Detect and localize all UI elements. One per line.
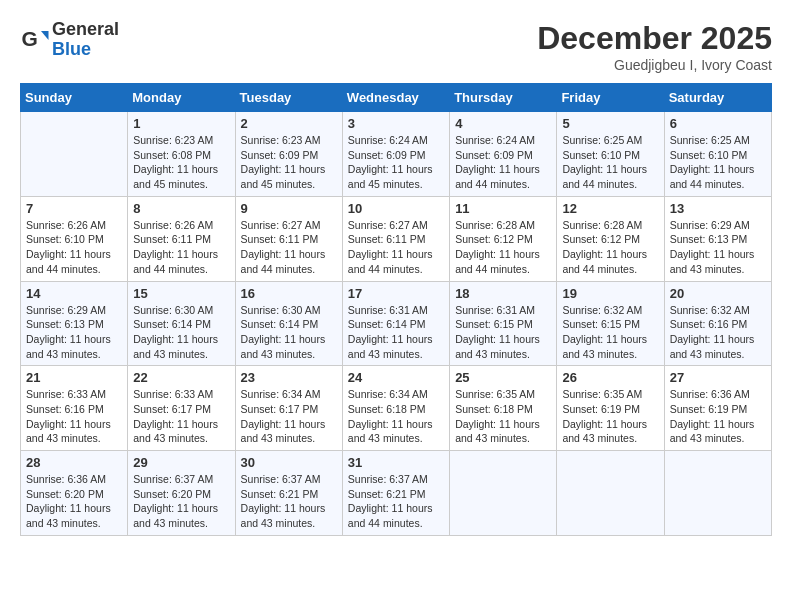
- day-number: 12: [562, 201, 658, 216]
- day-number: 19: [562, 286, 658, 301]
- day-info: Sunrise: 6:30 AMSunset: 6:14 PMDaylight:…: [241, 303, 337, 362]
- calendar-cell: 24Sunrise: 6:34 AMSunset: 6:18 PMDayligh…: [342, 366, 449, 451]
- day-number: 9: [241, 201, 337, 216]
- page-header: G General Blue December 2025 Guedjigbeu …: [20, 20, 772, 73]
- day-info: Sunrise: 6:36 AMSunset: 6:20 PMDaylight:…: [26, 472, 122, 531]
- logo-icon: G: [20, 25, 50, 55]
- calendar-cell: 14Sunrise: 6:29 AMSunset: 6:13 PMDayligh…: [21, 281, 128, 366]
- location: Guedjigbeu I, Ivory Coast: [537, 57, 772, 73]
- day-info: Sunrise: 6:32 AMSunset: 6:15 PMDaylight:…: [562, 303, 658, 362]
- day-info: Sunrise: 6:31 AMSunset: 6:14 PMDaylight:…: [348, 303, 444, 362]
- day-number: 11: [455, 201, 551, 216]
- calendar-cell: 3Sunrise: 6:24 AMSunset: 6:09 PMDaylight…: [342, 112, 449, 197]
- calendar-cell: 21Sunrise: 6:33 AMSunset: 6:16 PMDayligh…: [21, 366, 128, 451]
- calendar-week-row: 28Sunrise: 6:36 AMSunset: 6:20 PMDayligh…: [21, 451, 772, 536]
- day-number: 5: [562, 116, 658, 131]
- calendar-day-header: Wednesday: [342, 84, 449, 112]
- day-number: 18: [455, 286, 551, 301]
- day-info: Sunrise: 6:23 AMSunset: 6:09 PMDaylight:…: [241, 133, 337, 192]
- calendar-cell: 29Sunrise: 6:37 AMSunset: 6:20 PMDayligh…: [128, 451, 235, 536]
- logo-blue: Blue: [52, 40, 119, 60]
- day-number: 7: [26, 201, 122, 216]
- calendar-day-header: Saturday: [664, 84, 771, 112]
- day-number: 14: [26, 286, 122, 301]
- day-info: Sunrise: 6:36 AMSunset: 6:19 PMDaylight:…: [670, 387, 766, 446]
- day-info: Sunrise: 6:24 AMSunset: 6:09 PMDaylight:…: [455, 133, 551, 192]
- svg-text:G: G: [22, 27, 38, 50]
- day-number: 2: [241, 116, 337, 131]
- day-info: Sunrise: 6:35 AMSunset: 6:19 PMDaylight:…: [562, 387, 658, 446]
- day-number: 22: [133, 370, 229, 385]
- day-info: Sunrise: 6:29 AMSunset: 6:13 PMDaylight:…: [670, 218, 766, 277]
- month-title: December 2025: [537, 20, 772, 57]
- calendar-cell: 25Sunrise: 6:35 AMSunset: 6:18 PMDayligh…: [450, 366, 557, 451]
- calendar-cell: 28Sunrise: 6:36 AMSunset: 6:20 PMDayligh…: [21, 451, 128, 536]
- day-number: 20: [670, 286, 766, 301]
- day-number: 10: [348, 201, 444, 216]
- day-info: Sunrise: 6:31 AMSunset: 6:15 PMDaylight:…: [455, 303, 551, 362]
- calendar-cell: 6Sunrise: 6:25 AMSunset: 6:10 PMDaylight…: [664, 112, 771, 197]
- day-info: Sunrise: 6:34 AMSunset: 6:17 PMDaylight:…: [241, 387, 337, 446]
- day-info: Sunrise: 6:23 AMSunset: 6:08 PMDaylight:…: [133, 133, 229, 192]
- day-info: Sunrise: 6:25 AMSunset: 6:10 PMDaylight:…: [562, 133, 658, 192]
- calendar-day-header: Monday: [128, 84, 235, 112]
- calendar-cell: 18Sunrise: 6:31 AMSunset: 6:15 PMDayligh…: [450, 281, 557, 366]
- calendar-cell: 15Sunrise: 6:30 AMSunset: 6:14 PMDayligh…: [128, 281, 235, 366]
- calendar-week-row: 1Sunrise: 6:23 AMSunset: 6:08 PMDaylight…: [21, 112, 772, 197]
- calendar-day-header: Thursday: [450, 84, 557, 112]
- calendar-cell: 8Sunrise: 6:26 AMSunset: 6:11 PMDaylight…: [128, 196, 235, 281]
- calendar-cell: 1Sunrise: 6:23 AMSunset: 6:08 PMDaylight…: [128, 112, 235, 197]
- calendar-cell: 19Sunrise: 6:32 AMSunset: 6:15 PMDayligh…: [557, 281, 664, 366]
- calendar-table: SundayMondayTuesdayWednesdayThursdayFrid…: [20, 83, 772, 536]
- day-info: Sunrise: 6:35 AMSunset: 6:18 PMDaylight:…: [455, 387, 551, 446]
- day-info: Sunrise: 6:26 AMSunset: 6:11 PMDaylight:…: [133, 218, 229, 277]
- calendar-cell: [450, 451, 557, 536]
- calendar-cell: [557, 451, 664, 536]
- day-info: Sunrise: 6:37 AMSunset: 6:21 PMDaylight:…: [241, 472, 337, 531]
- day-number: 15: [133, 286, 229, 301]
- day-info: Sunrise: 6:37 AMSunset: 6:20 PMDaylight:…: [133, 472, 229, 531]
- day-info: Sunrise: 6:33 AMSunset: 6:17 PMDaylight:…: [133, 387, 229, 446]
- calendar-cell: 27Sunrise: 6:36 AMSunset: 6:19 PMDayligh…: [664, 366, 771, 451]
- calendar-cell: [664, 451, 771, 536]
- day-number: 31: [348, 455, 444, 470]
- svg-marker-1: [41, 31, 49, 40]
- calendar-cell: 31Sunrise: 6:37 AMSunset: 6:21 PMDayligh…: [342, 451, 449, 536]
- calendar-cell: 11Sunrise: 6:28 AMSunset: 6:12 PMDayligh…: [450, 196, 557, 281]
- day-number: 30: [241, 455, 337, 470]
- day-number: 28: [26, 455, 122, 470]
- day-number: 13: [670, 201, 766, 216]
- day-info: Sunrise: 6:25 AMSunset: 6:10 PMDaylight:…: [670, 133, 766, 192]
- calendar-cell: 5Sunrise: 6:25 AMSunset: 6:10 PMDaylight…: [557, 112, 664, 197]
- day-number: 29: [133, 455, 229, 470]
- calendar-cell: 4Sunrise: 6:24 AMSunset: 6:09 PMDaylight…: [450, 112, 557, 197]
- day-info: Sunrise: 6:28 AMSunset: 6:12 PMDaylight:…: [455, 218, 551, 277]
- calendar-cell: 12Sunrise: 6:28 AMSunset: 6:12 PMDayligh…: [557, 196, 664, 281]
- logo: G General Blue: [20, 20, 119, 60]
- calendar-cell: 23Sunrise: 6:34 AMSunset: 6:17 PMDayligh…: [235, 366, 342, 451]
- day-number: 1: [133, 116, 229, 131]
- day-info: Sunrise: 6:30 AMSunset: 6:14 PMDaylight:…: [133, 303, 229, 362]
- day-number: 25: [455, 370, 551, 385]
- calendar-cell: 17Sunrise: 6:31 AMSunset: 6:14 PMDayligh…: [342, 281, 449, 366]
- title-block: December 2025 Guedjigbeu I, Ivory Coast: [537, 20, 772, 73]
- calendar-cell: 26Sunrise: 6:35 AMSunset: 6:19 PMDayligh…: [557, 366, 664, 451]
- calendar-day-header: Friday: [557, 84, 664, 112]
- day-info: Sunrise: 6:32 AMSunset: 6:16 PMDaylight:…: [670, 303, 766, 362]
- day-info: Sunrise: 6:27 AMSunset: 6:11 PMDaylight:…: [241, 218, 337, 277]
- day-number: 17: [348, 286, 444, 301]
- day-info: Sunrise: 6:29 AMSunset: 6:13 PMDaylight:…: [26, 303, 122, 362]
- calendar-cell: 16Sunrise: 6:30 AMSunset: 6:14 PMDayligh…: [235, 281, 342, 366]
- calendar-week-row: 14Sunrise: 6:29 AMSunset: 6:13 PMDayligh…: [21, 281, 772, 366]
- calendar-cell: 22Sunrise: 6:33 AMSunset: 6:17 PMDayligh…: [128, 366, 235, 451]
- day-number: 4: [455, 116, 551, 131]
- day-number: 27: [670, 370, 766, 385]
- day-info: Sunrise: 6:27 AMSunset: 6:11 PMDaylight:…: [348, 218, 444, 277]
- calendar-cell: 2Sunrise: 6:23 AMSunset: 6:09 PMDaylight…: [235, 112, 342, 197]
- day-number: 6: [670, 116, 766, 131]
- day-number: 21: [26, 370, 122, 385]
- calendar-cell: 9Sunrise: 6:27 AMSunset: 6:11 PMDaylight…: [235, 196, 342, 281]
- calendar-cell: 30Sunrise: 6:37 AMSunset: 6:21 PMDayligh…: [235, 451, 342, 536]
- day-number: 8: [133, 201, 229, 216]
- day-info: Sunrise: 6:34 AMSunset: 6:18 PMDaylight:…: [348, 387, 444, 446]
